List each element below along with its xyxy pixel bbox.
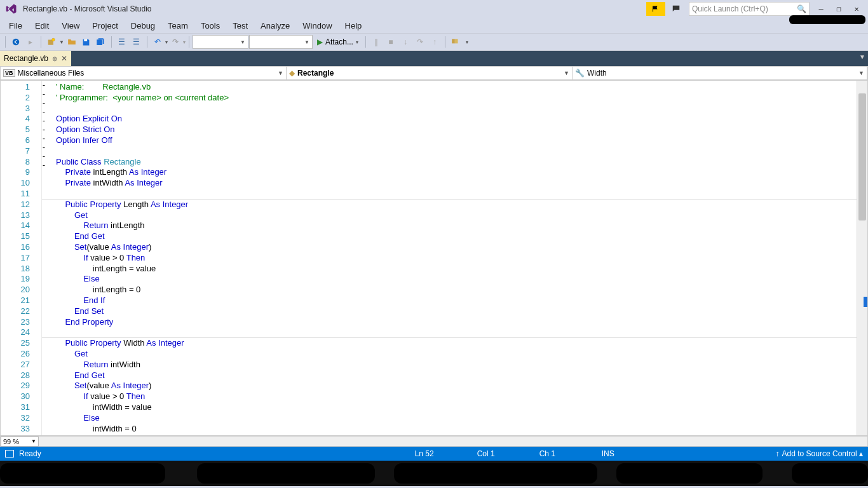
close-tab-icon[interactable]: ✕ <box>61 54 67 63</box>
dropdown-arrow-icon[interactable]: ▼ <box>59 39 64 45</box>
close-button[interactable]: ✕ <box>848 2 865 16</box>
code-line[interactable]: Option Explicit On <box>56 114 857 125</box>
nav-scope-combo[interactable]: VB Miscellaneous Files ▼ <box>1 67 287 79</box>
maximize-button[interactable]: ❐ <box>830 2 848 16</box>
solution-config-combo[interactable]: ▼ <box>193 35 248 49</box>
code-line[interactable]: intLength = value <box>56 264 857 274</box>
code-line[interactable]: End Get <box>56 231 857 242</box>
undo-button[interactable]: ↶ <box>151 35 165 49</box>
menu-debug[interactable]: Debug <box>125 19 161 32</box>
indent-right-button[interactable]: ☰ <box>130 35 144 49</box>
code-line[interactable]: ' Programmer: <your name> on <current da… <box>56 93 857 104</box>
code-line[interactable]: End Property <box>56 317 857 328</box>
open-file-button[interactable] <box>65 35 79 49</box>
status-output-icon[interactable] <box>5 450 14 458</box>
code-line[interactable]: Get <box>56 210 857 221</box>
attach-button[interactable]: ▶ Attach... ▾ <box>313 35 362 49</box>
menu-analyze[interactable]: Analyze <box>254 19 296 32</box>
code-line[interactable]: Return intWidth <box>56 360 857 370</box>
code-line[interactable]: If value > 0 Then <box>56 253 857 264</box>
fold-toggle-icon[interactable]: - <box>43 98 54 107</box>
new-project-button[interactable] <box>44 35 58 49</box>
line-number: 19 <box>1 274 41 285</box>
code-line[interactable]: End Get <box>56 370 857 381</box>
debug-pause-icon: ‖ <box>369 35 383 49</box>
code-line[interactable]: Set(value As Integer) <box>56 381 857 391</box>
play-icon: ▶ <box>317 37 323 46</box>
fold-toggle-icon[interactable]: - <box>43 161 54 170</box>
code-line[interactable] <box>56 104 857 114</box>
code-line[interactable]: If value > 0 Then <box>56 391 857 402</box>
code-line[interactable]: Get <box>56 349 857 360</box>
menu-edit[interactable]: Edit <box>29 19 55 32</box>
tab-overflow-icon[interactable]: ▼ <box>859 53 865 60</box>
redo-button[interactable]: ↷ <box>168 35 182 49</box>
vertical-scrollbar[interactable] <box>857 81 867 435</box>
code-line[interactable]: intWidth = 0 <box>56 424 857 435</box>
code-line[interactable]: ' Name: Rectangle.vb <box>56 82 857 93</box>
solution-platform-combo[interactable]: ▼ <box>249 35 313 49</box>
menu-window[interactable]: Window <box>296 19 338 32</box>
save-all-button[interactable] <box>94 35 108 49</box>
fold-toggle-icon[interactable]: - <box>43 107 54 116</box>
code-line[interactable]: Public Class Rectangle <box>56 157 857 168</box>
chevron-down-icon: ▼ <box>858 70 864 76</box>
wrench-icon: 🔧 <box>575 69 585 78</box>
code-line[interactable] <box>56 327 857 338</box>
zoom-combo[interactable]: 99 % ▼ <box>1 437 39 447</box>
code-line[interactable]: Else <box>56 413 857 424</box>
code-line[interactable]: Return intLength <box>56 220 857 231</box>
vs-logo-icon <box>5 3 18 15</box>
scrollbar-thumb[interactable] <box>858 93 866 220</box>
dropdown-arrow-icon[interactable]: ▾ <box>165 39 168 45</box>
source-control-button[interactable]: Add to Source Control ▴ <box>782 449 863 458</box>
fold-toggle-icon[interactable]: - <box>43 143 54 152</box>
line-number: 9 <box>1 167 41 178</box>
code-line[interactable]: Private intWidth As Integer <box>56 178 857 189</box>
fold-toggle-icon[interactable]: - <box>43 125 54 134</box>
fold-toggle-icon[interactable]: - <box>43 152 54 161</box>
pin-icon[interactable]: ⊕ <box>52 55 57 62</box>
document-tab[interactable]: Rectangle.vb ⊕ ✕ <box>0 51 71 66</box>
notifications-flag-icon[interactable] <box>646 2 665 16</box>
code-line[interactable]: Option Strict On <box>56 125 857 135</box>
minimize-button[interactable]: — <box>812 2 830 16</box>
feedback-icon[interactable] <box>667 2 686 16</box>
code-line[interactable]: intLength = 0 <box>56 285 857 295</box>
nav-back-button[interactable] <box>9 35 23 49</box>
fold-toggle-icon[interactable]: - <box>43 134 54 143</box>
menu-file[interactable]: File <box>3 19 29 32</box>
code-line[interactable]: Set(value As Integer) <box>56 242 857 253</box>
menu-view[interactable]: View <box>55 19 86 32</box>
nav-fwd-button[interactable]: ▸ <box>24 35 37 49</box>
nav-class-combo[interactable]: ◆ Rectangle ▼ <box>287 67 573 79</box>
fold-toggle-icon[interactable]: - <box>43 116 54 125</box>
menu-team[interactable]: Team <box>161 19 194 32</box>
code-line[interactable]: End If <box>56 295 857 306</box>
fold-toggle-icon[interactable]: - <box>43 90 54 98</box>
toolbar-overflow-icon[interactable]: ▾ <box>463 39 471 45</box>
code-line[interactable]: Public Property Width As Integer <box>56 338 857 349</box>
quick-launch-input[interactable]: Quick Launch (Ctrl+Q) 🔍 <box>689 2 810 16</box>
code-line[interactable]: End Set <box>56 306 857 317</box>
menu-project[interactable]: Project <box>86 19 124 32</box>
code-line[interactable] <box>56 146 857 157</box>
code-text-area[interactable]: ' Name: Rectangle.vb' Programmer: <your … <box>42 81 857 435</box>
fold-toggle-icon[interactable]: - <box>43 81 54 90</box>
code-line[interactable]: Option Infer Off <box>56 135 857 146</box>
code-line[interactable] <box>56 189 857 200</box>
indent-left-button[interactable]: ☰ <box>115 35 129 49</box>
find-in-files-button[interactable] <box>449 35 463 49</box>
chevron-down-icon: ▼ <box>31 438 36 444</box>
menu-test[interactable]: Test <box>226 19 254 32</box>
code-editor[interactable]: ≡ 12345678910111213141516171819202122232… <box>0 80 868 436</box>
code-line[interactable]: Public Property Length As Integer <box>56 200 857 210</box>
nav-member-combo[interactable]: 🔧 Width ▼ <box>573 67 867 79</box>
save-button[interactable] <box>79 35 93 49</box>
code-line[interactable]: Else <box>56 274 857 285</box>
code-line[interactable]: Private intLength As Integer <box>56 167 857 178</box>
menu-help[interactable]: Help <box>339 19 369 32</box>
line-number: 33 <box>1 424 41 435</box>
code-line[interactable]: intWidth = value <box>56 402 857 413</box>
menu-tools[interactable]: Tools <box>194 19 226 32</box>
